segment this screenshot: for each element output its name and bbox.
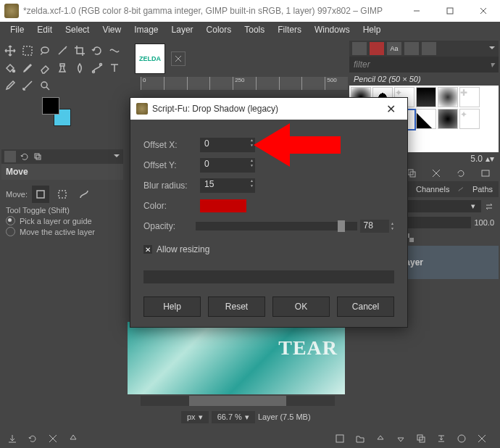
opacity-value-input[interactable]: 78	[360, 220, 389, 233]
unit-dropdown[interactable]: px▾	[181, 411, 209, 423]
menu-edit[interactable]: Edit	[31, 23, 58, 36]
delete-layer-icon[interactable]	[477, 434, 487, 444]
dialog-titlebar[interactable]: Script-Fu: Drop Shadow (legacy) ✕	[130, 98, 407, 120]
lasso-tool[interactable]	[36, 42, 54, 59]
zoom-tool[interactable]	[36, 77, 54, 94]
new-layer-icon[interactable]	[335, 434, 345, 444]
fonts-tab[interactable]: Aa	[387, 42, 401, 55]
fg-color-swatch[interactable]	[42, 97, 59, 115]
menu-help[interactable]: Help	[357, 23, 387, 36]
duplicate-layer-icon[interactable]	[416, 434, 426, 444]
menu-select[interactable]: Select	[59, 23, 95, 36]
offset-x-input[interactable]: 0▲▼	[200, 138, 255, 152]
dialog-title: Script-Fu: Drop Shadow (legacy)	[152, 104, 278, 114]
color-swatches[interactable]	[42, 97, 71, 126]
other-tab[interactable]	[422, 42, 436, 55]
close-tab-button[interactable]	[171, 51, 186, 66]
menu-tools[interactable]: Tools	[238, 23, 270, 36]
layer-group-icon[interactable]	[355, 434, 365, 444]
brush-name-label: Pencil 02 (50 × 50)	[349, 72, 499, 86]
warp-tool[interactable]	[106, 42, 123, 59]
zoom-dropdown[interactable]: 66.7 %▾	[212, 411, 255, 423]
color-button[interactable]	[200, 199, 246, 212]
bucket-tool[interactable]	[1, 59, 19, 77]
brush-zoom-stepper[interactable]: ▴▾	[486, 154, 494, 164]
opacity-slider[interactable]	[196, 222, 357, 231]
tool-options-panel: Move Move: Tool Toggle (Shift) Pick a la…	[1, 149, 123, 242]
menu-bar: File Edit Select View Image Layer Colors…	[0, 22, 500, 38]
brushes-tab[interactable]	[352, 42, 367, 55]
menu-image[interactable]: Image	[128, 23, 164, 36]
eraser-tool[interactable]	[36, 59, 54, 77]
eyedrop-tool[interactable]	[1, 77, 19, 94]
mask-icon[interactable]	[457, 434, 467, 444]
svg-point-10	[41, 82, 47, 88]
delete-options-icon[interactable]	[48, 434, 58, 444]
menu-file[interactable]: File	[4, 23, 30, 36]
drop-shadow-dialog: Script-Fu: Drop Shadow (legacy) ✕ Offset…	[130, 97, 408, 328]
image-tab[interactable]: ZELDA	[135, 43, 165, 74]
canvas[interactable]: TEAR	[128, 322, 345, 394]
save-options-icon[interactable]	[7, 434, 17, 444]
ok-button[interactable]: OK	[272, 296, 330, 317]
panel-menu-icon[interactable]	[488, 45, 496, 52]
panel-menu-icon[interactable]	[113, 153, 120, 160]
horizontal-scrollbar[interactable]	[141, 396, 335, 406]
menu-layer[interactable]: Layer	[166, 23, 199, 36]
crop-tool[interactable]	[71, 42, 88, 59]
offset-y-input[interactable]: 0▲▼	[200, 158, 255, 173]
move-mode-selection[interactable]	[54, 186, 71, 203]
path-tool[interactable]	[88, 59, 106, 77]
clone-tool[interactable]	[54, 59, 71, 77]
tab-channels[interactable]: Channels	[410, 183, 455, 195]
tool-toggle-label: Tool Toggle (Shift)	[6, 206, 119, 215]
canvas-artwork-text: TEAR	[278, 336, 338, 360]
paths-tab-icon[interactable]	[458, 184, 463, 194]
dock-tab-icon[interactable]	[4, 151, 16, 162]
move-mode-path[interactable]	[75, 186, 93, 203]
blur-radius-input[interactable]: 15▲▼	[200, 178, 255, 193]
restore-options-icon[interactable]	[28, 434, 38, 444]
undo-history-icon[interactable]	[20, 152, 29, 161]
allow-resizing-checkbox[interactable]: ✕	[143, 245, 152, 254]
mode-switch-icon[interactable]	[484, 202, 494, 212]
raise-layer-icon[interactable]	[375, 434, 386, 444]
svg-rect-7	[60, 64, 64, 66]
smudge-tool[interactable]	[71, 59, 88, 77]
rect-select-tool[interactable]	[19, 42, 36, 59]
delete-brush-icon[interactable]	[431, 168, 441, 178]
layers-icon[interactable]	[33, 152, 42, 161]
cancel-button[interactable]: Cancel	[337, 296, 394, 317]
history-tab[interactable]	[404, 42, 419, 55]
reset-button[interactable]: Reset	[208, 296, 265, 317]
refresh-brush-icon[interactable]	[456, 168, 466, 178]
merge-down-icon[interactable]	[436, 434, 446, 444]
minimize-button[interactable]	[400, 0, 433, 22]
reset-options-icon[interactable]	[68, 434, 78, 444]
radio-move-active[interactable]	[6, 227, 15, 236]
rotate-tool[interactable]	[88, 42, 106, 59]
close-button[interactable]	[467, 0, 500, 22]
wand-tool[interactable]	[54, 42, 71, 59]
move-mode-layer[interactable]	[32, 186, 49, 203]
patterns-tab[interactable]	[370, 42, 384, 55]
duplicate-brush-icon[interactable]	[407, 168, 417, 178]
svg-point-6	[13, 70, 15, 72]
brush-tool[interactable]	[19, 59, 36, 77]
menu-colors[interactable]: Colors	[201, 23, 238, 36]
tab-paths[interactable]: Paths	[467, 183, 499, 195]
help-button[interactable]: Help	[143, 296, 201, 317]
dialog-close-button[interactable]: ✕	[380, 102, 401, 116]
menu-filters[interactable]: Filters	[272, 23, 307, 36]
menu-view[interactable]: View	[96, 23, 127, 36]
open-as-image-icon[interactable]	[480, 168, 491, 178]
radio-pick-layer[interactable]	[6, 216, 15, 225]
menu-windows[interactable]: Windows	[309, 23, 356, 36]
blur-radius-label: Blur radius:	[143, 181, 200, 191]
text-tool[interactable]	[106, 59, 123, 77]
move-tool[interactable]	[1, 42, 19, 59]
maximize-button[interactable]	[433, 0, 467, 22]
lower-layer-icon[interactable]	[396, 434, 406, 444]
brush-filter-input[interactable]: filter▾	[349, 57, 499, 72]
measure-tool[interactable]	[19, 77, 36, 94]
